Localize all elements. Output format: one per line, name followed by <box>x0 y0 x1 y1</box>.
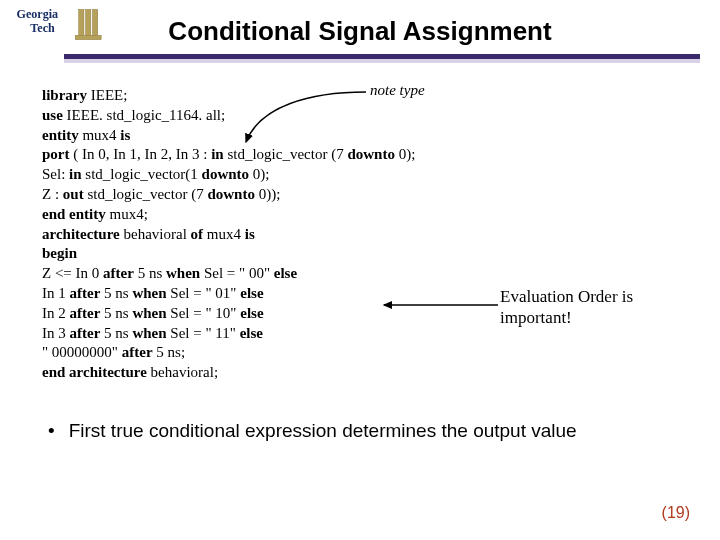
bullet-text: First true conditional expression determ… <box>69 420 577 442</box>
code-line: entity mux4 is <box>42 126 682 146</box>
code-line: Z : out std_logic_vector (7 downto 0)); <box>42 185 682 205</box>
title-rule <box>64 54 700 59</box>
code-line: Z <= In 0 after 5 ns when Sel = " 00" el… <box>42 264 682 284</box>
code-line: begin <box>42 244 682 264</box>
page-number: (19) <box>662 504 690 522</box>
slide-title: Conditional Signal Assignment <box>0 16 720 47</box>
code-line: end entity mux4; <box>42 205 682 225</box>
code-line: use IEEE. std_logic_1164. all; <box>42 106 682 126</box>
annotation-eval-line1: Evaluation Order is <box>500 286 633 307</box>
code-line: " 00000000" after 5 ns; <box>42 343 682 363</box>
bullet-point: • First true conditional expression dete… <box>48 420 688 443</box>
code-line: architecture behavioral of mux4 is <box>42 225 682 245</box>
code-line: Sel: in std_logic_vector(1 downto 0); <box>42 165 682 185</box>
annotation-eval-line2: important! <box>500 307 633 328</box>
code-line: library IEEE; <box>42 86 682 106</box>
code-line: port ( In 0, In 1, In 2, In 3 : in std_l… <box>42 145 682 165</box>
slide: { "logo": { "line1": "Georgia", "line2":… <box>0 0 720 540</box>
code-line: end architecture behavioral; <box>42 363 682 383</box>
code-block: library IEEE; use IEEE. std_logic_1164. … <box>42 86 682 383</box>
annotation-eval-order: Evaluation Order is important! <box>500 286 633 329</box>
bullet-dot: • <box>48 420 55 443</box>
